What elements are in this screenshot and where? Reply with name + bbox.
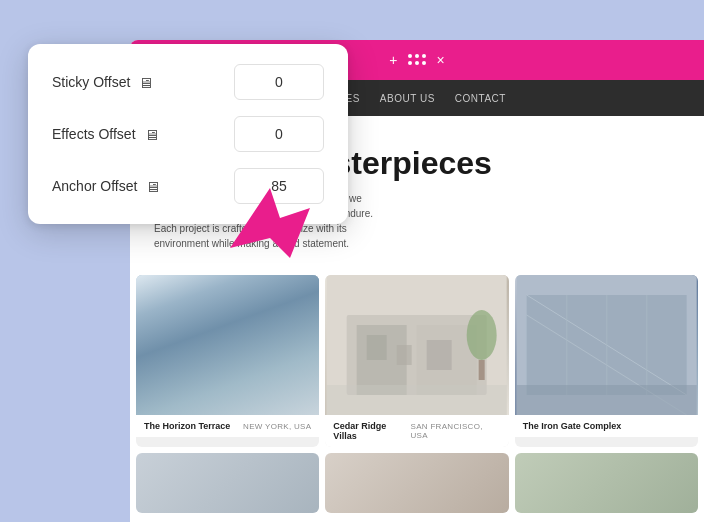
nav-item-about[interactable]: ABOUT US <box>380 93 435 104</box>
card-location-2: SAN FRANCISCO, USA <box>411 422 501 440</box>
effects-offset-row: Effects Offset 🖥 <box>52 116 324 152</box>
svg-rect-0 <box>138 275 318 415</box>
card-partial-1 <box>136 453 319 513</box>
card-2[interactable]: Cedar Ridge Villas SAN FRANCISCO, USA <box>325 275 508 447</box>
anchor-offset-text: Anchor Offset <box>52 178 137 194</box>
card-footer-2: Cedar Ridge Villas SAN FRANCISCO, USA <box>325 415 508 447</box>
effects-offset-input[interactable] <box>234 116 324 152</box>
sticky-offset-row: Sticky Offset 🖥 <box>52 64 324 100</box>
effects-offset-label: Effects Offset 🖥 <box>52 126 159 143</box>
card-title-2: Cedar Ridge Villas <box>333 421 410 441</box>
drag-handle[interactable] <box>408 54 427 66</box>
svg-marker-1 <box>158 315 298 395</box>
add-icon[interactable]: + <box>389 52 397 68</box>
sticky-offset-text: Sticky Offset <box>52 74 130 90</box>
nav-item-contact[interactable]: CONTACT <box>455 93 506 104</box>
card-location-1: NEW YORK, USA <box>243 422 311 431</box>
card-partial-3 <box>515 453 698 513</box>
svg-point-14 <box>467 310 497 360</box>
card-partial-2 <box>325 453 508 513</box>
svg-rect-4 <box>178 335 198 395</box>
sticky-offset-label: Sticky Offset 🖥 <box>52 74 153 91</box>
svg-rect-15 <box>479 360 485 380</box>
svg-rect-10 <box>367 335 387 360</box>
card-image-3 <box>515 275 698 415</box>
card-title-3: The Iron Gate Complex <box>523 421 622 431</box>
card-1[interactable]: The Horizon Terrace NEW YORK, USA <box>136 275 319 447</box>
effects-monitor-icon: 🖥 <box>144 126 159 143</box>
card-footer-3: The Iron Gate Complex <box>515 415 698 437</box>
card-image-2 <box>325 275 508 415</box>
svg-rect-12 <box>427 340 452 370</box>
card-image-1 <box>136 275 319 415</box>
svg-rect-3 <box>138 375 318 415</box>
svg-rect-13 <box>327 385 507 415</box>
card-3[interactable]: The Iron Gate Complex <box>515 275 698 447</box>
svg-marker-2 <box>218 315 278 395</box>
cards-grid: The Horizon Terrace NEW YORK, USA <box>130 275 704 447</box>
card-title-1: The Horizon Terrace <box>144 421 230 431</box>
svg-rect-11 <box>397 345 412 365</box>
effects-offset-text: Effects Offset <box>52 126 136 142</box>
close-icon[interactable]: × <box>437 52 445 68</box>
card-footer-1: The Horizon Terrace NEW YORK, USA <box>136 415 319 437</box>
cards-grid-second-row <box>130 453 704 513</box>
sticky-monitor-icon: 🖥 <box>138 74 153 91</box>
svg-marker-25 <box>230 188 310 258</box>
svg-rect-24 <box>516 385 696 415</box>
anchor-offset-label: Anchor Offset 🖥 <box>52 178 160 195</box>
sticky-offset-input[interactable] <box>234 64 324 100</box>
anchor-monitor-icon: 🖥 <box>145 178 160 195</box>
